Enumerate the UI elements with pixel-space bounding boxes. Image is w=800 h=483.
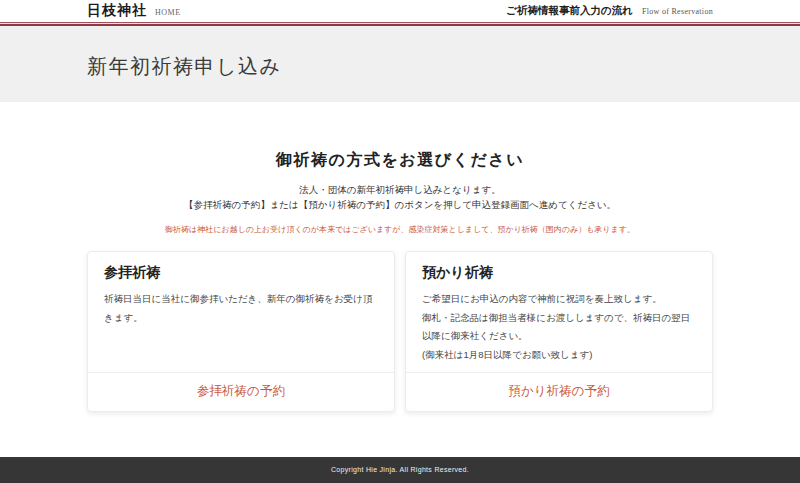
card-azukari-kito: 預かり祈祷 ご希望日にお申込の内容で神前に祝詞を奏上致します。 御札・記念品は御… [405, 251, 713, 412]
section-heading: 御祈祷の方式をお選びください [87, 102, 713, 171]
main-content: 御祈祷の方式をお選びください 法人・団体の新年初祈祷申し込みとなります。 【参拝… [0, 102, 800, 412]
prayer-option-cards: 参拝祈祷 祈祷日当日に当社に御参拝いただき、新年の御祈祷をお受け頂きます。 参拝… [87, 251, 713, 412]
card-title: 参拝祈祷 [104, 264, 378, 282]
site-title: 日枝神社 [87, 2, 147, 20]
description-block: 法人・団体の新年初祈祷申し込みとなります。 【参拝祈祷の予約】または【預かり祈祷… [87, 182, 713, 212]
azukari-kito-reserve-link[interactable]: 預かり祈祷の予約 [509, 384, 610, 398]
card-text-line: (御来社は1月8日以降でお願い致します) [422, 346, 696, 365]
nav-link-label-ja: ご祈祷情報事前入力の流れ [506, 4, 633, 18]
page-title: 新年初祈祷申し込み [87, 26, 713, 80]
card-footer: 参拝祈祷の予約 [88, 372, 394, 411]
infection-notice-text: 御祈祷は神社にお越しの上お受け頂くのが本来ではございますが、感染症対策としまして… [87, 224, 713, 235]
card-text-line: 御札・記念品は御担当者様にお渡ししますので、祈祷日の翌日以降に御来社ください。 [422, 309, 696, 346]
description-line: 法人・団体の新年初祈祷申し込みとなります。 [87, 182, 713, 197]
home-label: HOME [155, 8, 181, 17]
card-body: 参拝祈祷 祈祷日当日に当社に御参拝いただき、新年の御祈祷をお受け頂きます。 [88, 252, 394, 372]
copyright-text: Copyright Hie Jinja. All Rights Reserved… [331, 466, 469, 473]
card-title: 預かり祈祷 [422, 264, 696, 282]
site-header: 日枝神社 HOME ご祈祷情報事前入力の流れ Flow of Reservati… [0, 0, 800, 22]
card-text-line: 祈祷日当日に当社に御参拝いただき、新年の御祈祷をお受け頂きます。 [104, 290, 378, 327]
card-body: 預かり祈祷 ご希望日にお申込の内容で神前に祝詞を奏上致します。 御札・記念品は御… [406, 252, 712, 372]
nav-flow-of-reservation-link[interactable]: ご祈祷情報事前入力の流れ Flow of Reservation [506, 4, 713, 18]
card-sanpai-kito: 参拝祈祷 祈祷日当日に当社に御参拝いただき、新年の御祈祷をお受け頂きます。 参拝… [87, 251, 395, 412]
site-footer: Copyright Hie Jinja. All Rights Reserved… [0, 457, 800, 483]
site-logo-link[interactable]: 日枝神社 HOME [87, 2, 181, 20]
card-text-line: ご希望日にお申込の内容で神前に祝詞を奏上致します。 [422, 290, 696, 309]
hero-band: 新年初祈祷申し込み [0, 26, 800, 102]
card-footer: 預かり祈祷の予約 [406, 372, 712, 411]
nav-link-label-en: Flow of Reservation [642, 7, 713, 16]
sanpai-kito-reserve-link[interactable]: 参拝祈祷の予約 [197, 384, 285, 398]
description-line: 【参拝祈祷の予約】または【預かり祈祷の予約】のボタンを押して申込登録画面へ進めて… [87, 197, 713, 212]
